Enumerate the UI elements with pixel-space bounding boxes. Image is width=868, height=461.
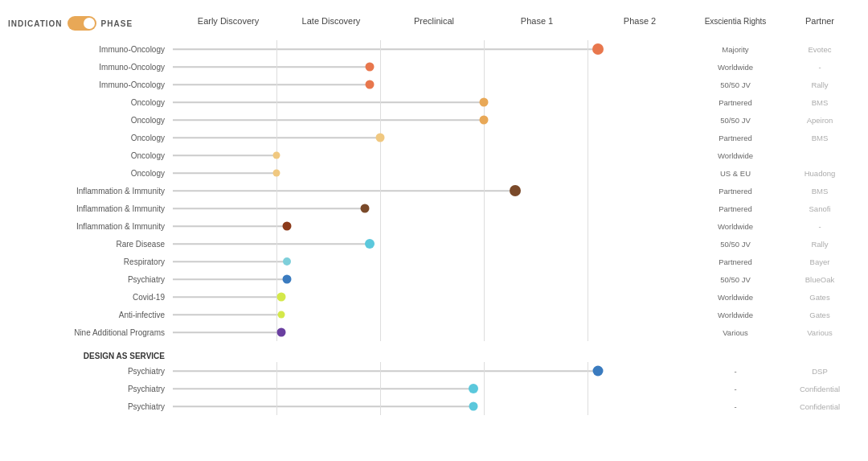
table-row: Inflammation & ImmunityPartneredBMS: [8, 182, 860, 200]
phase-divider: [484, 164, 485, 182]
phase-divider: [380, 111, 381, 129]
phase-divider: [484, 217, 485, 235]
row-bar-area: [173, 323, 691, 341]
phase-dot: [469, 402, 478, 411]
phase-dot: [480, 98, 489, 107]
phase-divider: [276, 397, 277, 415]
phase-dot: [360, 204, 369, 213]
bar-line: [173, 405, 473, 407]
das-section-title-row: DESIGN AS SERVICE: [8, 349, 860, 362]
row-indication-label: Rare Disease: [8, 240, 173, 249]
row-bar-area: [173, 40, 691, 58]
phase-divider: [380, 40, 381, 58]
phase-divider: [588, 235, 588, 253]
phase-dot: [365, 239, 375, 249]
row-rights: Partnered: [691, 204, 780, 213]
table-row: Inflammation & ImmunityPartneredSanofi: [8, 200, 860, 217]
row-partner: Sanofi: [780, 204, 860, 213]
phase-divider: [276, 58, 277, 76]
table-row: OncologyPartneredBMS: [8, 93, 860, 111]
phase-divider: [484, 76, 485, 93]
phase-divider: [588, 288, 588, 306]
phase-divider: [380, 76, 381, 93]
row-rights: Majority: [691, 45, 780, 54]
bar-line: [173, 370, 598, 372]
phase-divider: [588, 253, 588, 270]
row-bar-area: [173, 306, 691, 323]
phase-divider: [276, 235, 277, 253]
row-indication-label: Inflammation & Immunity: [8, 222, 173, 231]
phase-divider: [380, 253, 381, 270]
bar-line: [173, 190, 515, 191]
bar-line: [173, 119, 484, 121]
row-bar-area: [173, 200, 691, 217]
row-bar-area: [173, 182, 691, 200]
row-rights: Worldwide: [691, 151, 780, 160]
bar-line: [173, 261, 287, 262]
row-indication-label: Psychiatry: [8, 385, 173, 393]
phase-divider: [380, 200, 381, 217]
table-row: Anti-infectiveWorldwideGates: [8, 306, 860, 323]
phase-divider: [588, 58, 588, 76]
row-bar-area: [173, 288, 691, 306]
row-bar-area: [173, 129, 691, 146]
row-partner: BMS: [780, 134, 860, 142]
phase-divider: [380, 235, 381, 253]
row-bar-area: [173, 397, 691, 415]
bar-line: [173, 48, 598, 50]
phase-divider: [276, 362, 277, 380]
phase-dot: [282, 222, 291, 231]
phase-divider: [588, 164, 588, 182]
row-partner: Confidential: [780, 385, 860, 393]
row-rights: Partnered: [691, 98, 780, 107]
phase-divider: [588, 306, 588, 323]
phase-divider: [588, 146, 588, 164]
phase-divider: [380, 306, 381, 323]
phase-divider: [484, 40, 485, 58]
row-partner: Various: [780, 328, 860, 337]
col-late-discovery: Late Discovery: [280, 16, 383, 27]
phase-dot: [480, 116, 489, 125]
table-row: Inflammation & ImmunityWorldwide-: [8, 217, 860, 235]
table-row: Rare Disease50/50 JVRally: [8, 235, 860, 253]
phase-divider: [484, 182, 485, 200]
row-indication-label: Respiratory: [8, 257, 173, 266]
row-partner: -: [780, 222, 860, 231]
bar-line: [173, 225, 287, 227]
phase-divider: [484, 397, 485, 415]
phase-divider: [276, 76, 277, 93]
phase-divider: [276, 182, 277, 200]
phase-divider: [484, 146, 485, 164]
phase-dot: [278, 311, 285, 319]
row-indication-label: Psychiatry: [8, 367, 173, 376]
row-bar-area: [173, 111, 691, 129]
phase-label: PHASE: [101, 19, 133, 28]
row-bar-area: [173, 270, 691, 288]
bar-line: [173, 172, 276, 174]
row-partner: -: [780, 63, 860, 72]
phase-dot: [376, 134, 385, 142]
bar-line: [173, 278, 287, 280]
row-partner: Confidential: [780, 402, 860, 411]
table-row: OncologyPartneredBMS: [8, 129, 860, 146]
row-partner: Apeiron: [780, 116, 860, 125]
row-bar-area: [173, 164, 691, 182]
row-rights: 50/50 JV: [691, 275, 780, 284]
toggle-switch[interactable]: [68, 16, 96, 31]
row-rights: Partnered: [691, 134, 780, 142]
phase-divider: [588, 93, 588, 111]
phase-divider: [588, 76, 588, 93]
bar-line: [173, 66, 370, 68]
phase-dot: [273, 170, 280, 177]
phase-divider: [484, 58, 485, 76]
row-rights: Worldwide: [691, 311, 780, 319]
phase-divider: [380, 146, 381, 164]
table-row: Psychiatry-Confidential: [8, 380, 860, 397]
row-bar-area: [173, 76, 691, 93]
row-partner: Rally: [780, 240, 860, 249]
row-indication-label: Immuno-Oncology: [8, 63, 173, 72]
phase-divider: [380, 217, 381, 235]
phase-divider: [484, 323, 485, 341]
row-rights: Partnered: [691, 257, 780, 266]
pipeline-chart: INDICATION PHASE Early Discovery Late Di…: [0, 0, 868, 423]
